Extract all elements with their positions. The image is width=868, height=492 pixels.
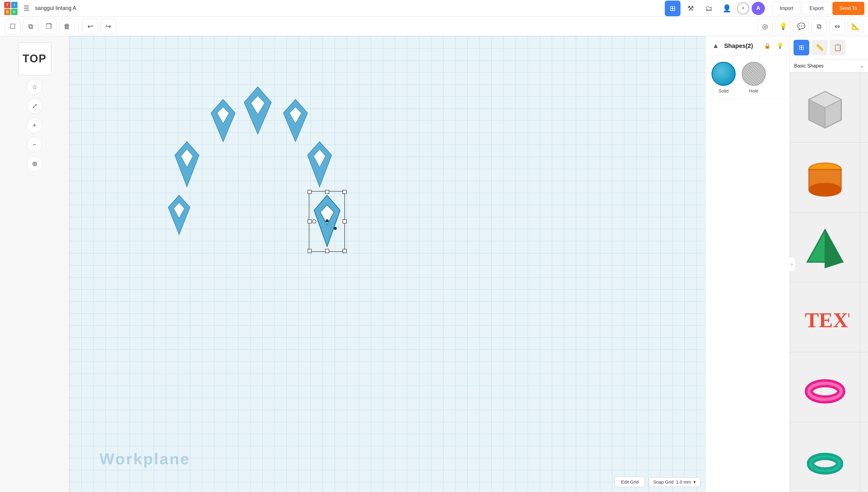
right-tab-notes[interactable]: 📋 [830, 40, 845, 55]
toolbar-separator [78, 21, 79, 32]
toolbar: ☐ ⧉ ❐ 🗑 ↩ ↪ ◎ 💡 💬 ⧉ ⇔ 📐 [0, 17, 868, 36]
svg-point-37 [808, 183, 841, 196]
svg-marker-42 [825, 229, 843, 268]
canvas-controls: Edit Grid Snap Grid 1.0 mm ▾ [615, 477, 700, 487]
camera-btn[interactable]: ◎ [757, 19, 773, 34]
redo-btn[interactable]: ↪ [100, 19, 116, 34]
shape-pin-1[interactable] [208, 96, 238, 145]
main-area: TOP ⌂ ⤢ + − ⊕ [0, 36, 868, 492]
topbar-right: ⊞ ⚒ 🗂 👤 + A Import Export Send To [665, 1, 864, 16]
action-buttons: Import Export Send To [772, 2, 864, 15]
shapes-lock-btn[interactable]: 🔒 [763, 41, 772, 51]
person-add-btn[interactable]: 👤 [719, 1, 735, 16]
library-chevron-icon[interactable]: ⌄ [860, 63, 864, 69]
lib-item-cylinder-grey[interactable] [860, 73, 868, 143]
shapes-collapse-btn[interactable]: ▲ [710, 40, 721, 51]
snap-grid-control[interactable]: Snap Grid 1.0 mm ▾ [649, 477, 700, 487]
grid-background [69, 36, 705, 492]
folder-btn[interactable]: 🗂 [701, 1, 717, 16]
snap-grid-value[interactable]: 1.0 mm [676, 479, 691, 485]
hole-shape-type[interactable]: Hole [742, 62, 766, 93]
sendto-button[interactable]: Send To [832, 2, 864, 15]
svg-point-25 [334, 227, 337, 230]
measure-btn[interactable]: 📐 [847, 19, 863, 34]
shape-pin-3[interactable] [280, 96, 310, 145]
duplicate-tool-btn[interactable]: ❐ [41, 19, 57, 34]
edit-grid-button[interactable]: Edit Grid [615, 477, 645, 487]
logo: T I N K [4, 1, 18, 16]
shape-pin-4[interactable] [172, 139, 202, 190]
lib-item-box-blue2[interactable] [860, 352, 868, 422]
shape-pin-selected[interactable] [307, 190, 347, 253]
library-panel: Basic Shapes Text & Numbers Featured ⌄ [790, 59, 868, 492]
svg-rect-13 [308, 190, 311, 194]
logo-i: I [11, 2, 18, 8]
library-select[interactable]: Basic Shapes Text & Numbers Featured [794, 63, 858, 68]
logo-n: N [4, 9, 10, 15]
lib-item-torus-pink[interactable] [790, 352, 860, 422]
layers-btn[interactable]: ⧉ [811, 19, 827, 34]
logo-k: K [11, 9, 18, 15]
delete-tool-btn[interactable]: 🗑 [59, 19, 75, 34]
snap-grid-arrow[interactable]: ▾ [694, 479, 696, 485]
view-label: TOP [18, 42, 51, 75]
new-tool-btn[interactable]: ☐ [5, 19, 21, 34]
lib-item-text-red[interactable]: TEXT [790, 282, 860, 352]
solid-shape-type[interactable]: Solid [711, 62, 736, 93]
lib-item-torus-teal[interactable] [790, 422, 860, 492]
right-tabs: ⊞ 📏 📋 [790, 36, 868, 59]
light-btn[interactable]: 💡 [775, 19, 791, 34]
avatar[interactable]: A [752, 2, 765, 15]
home-btn[interactable]: ⌂ [27, 79, 43, 95]
topbar: T I N K ☰ sanggul lintang A ⊞ ⚒ 🗂 👤 + A … [0, 0, 868, 17]
flip-btn[interactable]: ⇔ [829, 19, 845, 34]
undo-btn[interactable]: ↩ [82, 19, 98, 34]
hole-circle[interactable] [742, 62, 766, 86]
lib-item-cone-purple[interactable] [860, 213, 868, 282]
zoom-in-btn[interactable]: + [27, 118, 43, 133]
svg-rect-14 [343, 190, 346, 194]
speech-btn[interactable]: 💬 [793, 19, 809, 34]
shape-pin-5[interactable] [305, 139, 335, 190]
fit-btn[interactable]: ⤢ [27, 98, 43, 114]
toolbar-right-tools: ◎ 💡 💬 ⧉ ⇔ 📐 [757, 19, 863, 34]
solid-label: Solid [719, 88, 728, 93]
right-tab-grid[interactable]: ⊞ [794, 40, 809, 55]
solid-circle[interactable] [711, 62, 736, 86]
hole-label: Hole [749, 88, 758, 93]
svg-text:TEXT: TEXT [805, 308, 849, 331]
lib-item-cylinder-brown[interactable] [860, 422, 868, 492]
lib-item-box-navy[interactable] [860, 282, 868, 352]
snap-grid-label: Snap Grid [653, 479, 674, 485]
copy-tool-btn[interactable]: ⧉ [23, 19, 39, 34]
export-button[interactable]: Export [802, 2, 831, 15]
lib-item-box-grey[interactable] [790, 73, 860, 143]
lib-item-cylinder-orange[interactable] [790, 143, 860, 213]
menu-icon[interactable]: ☰ [24, 4, 29, 13]
add-user-btn[interactable]: + [737, 2, 749, 15]
grid-view-btn[interactable]: ⊞ [665, 1, 680, 16]
doc-title[interactable]: sanggul lintang A [35, 5, 76, 11]
lib-item-sphere-blue[interactable] [860, 143, 868, 213]
svg-rect-15 [308, 249, 311, 253]
zoom-out-btn[interactable]: − [27, 137, 43, 152]
right-tab-ruler[interactable]: 📏 [812, 40, 827, 55]
svg-rect-18 [308, 220, 311, 223]
import-button[interactable]: Import [772, 2, 801, 15]
left-panel: TOP ⌂ ⤢ + − ⊕ [0, 36, 69, 492]
hammer-btn[interactable]: ⚒ [683, 1, 699, 16]
shape-pin-6[interactable] [166, 193, 192, 238]
shape-pin-2[interactable] [241, 84, 274, 139]
shape-add-btn[interactable]: ⊕ [27, 156, 43, 172]
svg-rect-19 [343, 220, 346, 223]
canvas-area[interactable]: Workplane Edit Grid Snap Grid 1.0 mm ▾ [69, 36, 705, 492]
svg-point-23 [312, 220, 316, 223]
collapse-panel-btn[interactable]: › [789, 257, 796, 271]
shapes-header: ▲ Shapes(2) 🔒 💡 [705, 36, 790, 56]
shapes-light-btn[interactable]: 💡 [775, 41, 785, 51]
library-header: Basic Shapes Text & Numbers Featured ⌄ [790, 59, 868, 73]
right-sidebar: ⊞ 📏 📋 Basic Shapes Text & Numbers Featur… [790, 36, 868, 492]
lib-item-pyramid-green[interactable] [790, 213, 860, 282]
shapes-panel-wrapper: ▲ Shapes(2) 🔒 💡 Solid Hole › [705, 36, 790, 492]
svg-point-24 [326, 219, 329, 222]
